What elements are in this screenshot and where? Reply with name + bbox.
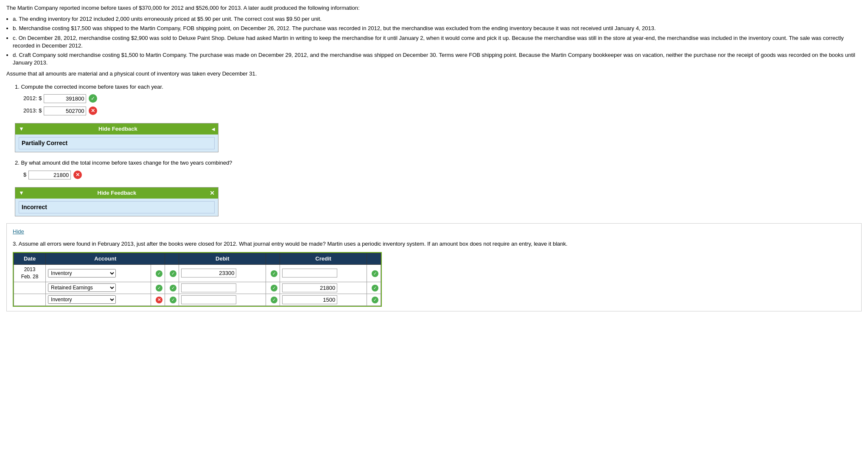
row2-debit-input[interactable] [181,283,236,292]
row3-debit-check-icon: ✓ [170,297,176,303]
row1-account-cell: Inventory Retained Earnings Cost of Good… [46,265,151,282]
col-credit-icon [266,253,280,264]
row3-debit-icon-cell: ✓ [165,294,179,305]
question-2-block: 2. By what amount did the total income b… [6,159,862,179]
q2-input[interactable] [28,171,71,179]
row2-date [14,282,46,294]
row2-debit-check-icon: ✓ [170,285,176,291]
row2-debit-cell [179,282,266,294]
col-credit-icon2 [367,253,381,264]
question-3-section: Hide 3. Assume all errors were found in … [6,223,862,311]
row2-account-check-icon: ✓ [156,285,162,291]
col-debit: Debit [179,253,266,264]
row1-credit-check-cell: ✓ [367,265,381,282]
journal-row-1: 2013Feb. 28 Inventory Retained Earnings … [14,265,381,282]
q1-2012-label: 2012: $ [23,95,42,102]
row1-credit-check-icon: ✓ [271,270,277,277]
col-date: Date [14,253,46,264]
row1-date: 2013Feb. 28 [14,265,46,282]
q2-dollar-label: $ [23,171,26,179]
row3-debit-cell [179,294,266,305]
col-debit-icon [165,253,179,264]
journal-table-header-row: Date Account Debit Credit [14,253,381,264]
row3-credit-input[interactable] [282,295,337,304]
intro-item-a: a. The ending inventory for 2012 include… [13,15,862,23]
intro-item-c: c. On December 28, 2012, merchandise cos… [13,34,862,50]
main-content: The Martin Company reported income befor… [6,4,862,311]
feedback-1-arrow: ▼ [19,125,24,133]
intro-item-d: d. Craft Company sold merchandise costin… [13,51,862,67]
q2-incorrect-icon: ✕ [73,171,82,179]
row3-account-select[interactable]: Inventory Retained Earnings Cost of Good… [48,295,116,304]
row1-debit-check-icon: ✓ [170,270,176,277]
row3-credit-status-icon: ✓ [372,297,378,303]
row1-debit-input[interactable] [181,269,236,277]
col-credit: Credit [280,253,367,264]
feedback-1-title: Hide Feedback [98,125,137,133]
row2-debit-icon-cell: ✓ [165,282,179,294]
feedback-1-header[interactable]: ▼ Hide Feedback ◂ [15,123,218,135]
intro-item-b: b. Merchandise costing $17,500 was shipp… [13,25,862,32]
q3-hide-link[interactable]: Hide [13,228,855,235]
row2-credit-cell [280,282,367,294]
row3-debit-input[interactable] [181,295,236,304]
q1-2012-row: 2012: $ ✓ [23,94,862,103]
q2-label: 2. By what amount did the total income b… [15,159,862,167]
q3-label: 3. Assume all errors were found in Febru… [13,240,855,248]
feedback-1-status: Partially Correct [19,137,215,150]
feedback-1-content: Partially Correct [15,135,218,152]
row1-credit-icon-cell: ✓ [266,265,280,282]
row1-credit-status-icon: ✓ [372,270,378,277]
row1-account-select[interactable]: Inventory Retained Earnings Cost of Good… [48,269,116,277]
feedback-2-collapse-icon: ✕ [210,190,215,196]
q1-2013-input[interactable] [44,106,86,115]
row2-credit-check-icon: ✓ [271,285,277,291]
intro-list: a. The ending inventory for 2012 include… [13,15,862,67]
row1-account-icon: ✓ [151,265,165,282]
q1-2012-correct-icon: ✓ [89,94,97,103]
feedback-2-header[interactable]: ▼ Hide Feedback ✕ [15,188,218,199]
feedback-1-collapse-icon: ◂ [212,126,215,132]
row2-credit-check-cell: ✓ [367,282,381,294]
feedback-2-content: Incorrect [15,199,218,216]
row1-credit-input[interactable] [282,269,337,277]
feedback-2-arrow: ▼ [19,189,24,197]
feedback-1-box: ▼ Hide Feedback ◂ Partially Correct [15,123,218,153]
q1-2013-row: 2013: $ ✕ [23,106,862,115]
row3-account-cell: Inventory Retained Earnings Cost of Good… [46,294,151,305]
row3-credit-check-icon: ✓ [271,297,277,303]
feedback-2-status: Incorrect [19,201,215,214]
row2-account-select[interactable]: Retained Earnings Inventory Cost of Good… [48,283,116,292]
journal-table: Date Account Debit Credit 2013Feb. 28 [14,253,381,306]
col-account: Account [46,253,165,264]
row2-account-cell: Retained Earnings Inventory Cost of Good… [46,282,151,294]
journal-row-3: Inventory Retained Earnings Cost of Good… [14,294,381,305]
q1-label: 1. Compute the corrected income before t… [15,83,862,91]
row1-debit-cell [179,265,266,282]
row3-account-x-icon: ✕ [156,297,162,303]
row1-credit-cell [280,265,367,282]
intro-paragraph: The Martin Company reported income befor… [6,4,862,12]
journal-row-2: Retained Earnings Inventory Cost of Good… [14,282,381,294]
feedback-2-title: Hide Feedback [98,189,137,197]
row2-credit-input[interactable] [282,283,337,292]
assume-text: Assume that all amounts are material and… [6,70,862,78]
row2-credit-status-icon: ✓ [372,285,378,291]
q1-2013-incorrect-icon: ✕ [89,106,97,115]
q1-2012-input[interactable] [44,94,86,103]
row3-credit-check-cell: ✓ [367,294,381,305]
journal-table-wrapper: Date Account Debit Credit 2013Feb. 28 [13,252,382,307]
row1-debit-icon-cell: ✓ [165,265,179,282]
row3-date [14,294,46,305]
row3-account-icon: ✕ [151,294,165,305]
row3-credit-icon-cell: ✓ [266,294,280,305]
row2-account-icon: ✓ [151,282,165,294]
row2-credit-icon-cell: ✓ [266,282,280,294]
feedback-2-box: ▼ Hide Feedback ✕ Incorrect [15,187,218,217]
row3-credit-cell [280,294,367,305]
question-1-block: 1. Compute the corrected income before t… [6,83,862,115]
row1-account-check-icon: ✓ [156,270,162,277]
q2-input-row: $ ✕ [23,171,862,179]
q1-2013-label: 2013: $ [23,107,42,115]
